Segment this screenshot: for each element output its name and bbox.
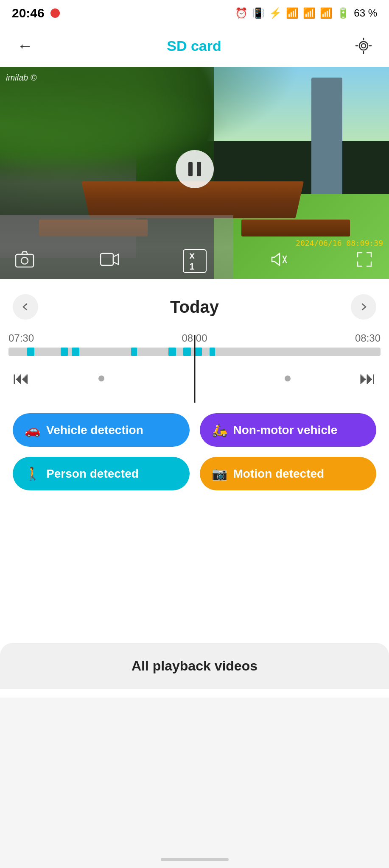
battery-icon: 🔋 (337, 7, 350, 19)
screenshot-icon (15, 251, 34, 272)
timeline-segment-4 (168, 348, 176, 356)
status-bar: 20:46 ⏰ 📳 ⚡ 📶 📶 📶 🔋 63 % (0, 0, 389, 25)
timeline-segment-7 (210, 348, 215, 356)
timeline-segment-0 (27, 348, 35, 356)
svg-point-3 (21, 257, 28, 264)
status-icons: ⏰ 📳 ⚡ 📶 📶 📶 🔋 63 % (235, 7, 377, 19)
timeline-cursor (194, 335, 195, 403)
person-label: Person detected (46, 467, 139, 481)
timeline-dot-right (285, 376, 291, 381)
svg-rect-2 (16, 254, 34, 267)
prev-date-button[interactable] (13, 294, 38, 320)
motion-icon: 📷 (212, 466, 227, 481)
header: ← SD card (0, 25, 389, 67)
vibrate-icon: 📳 (252, 7, 265, 19)
timeline-segment-3 (131, 348, 137, 356)
person-detected-button[interactable]: 🚶 Person detected (13, 457, 190, 490)
timeline-track-wrapper[interactable] (8, 348, 381, 360)
timeline-dot-left (98, 376, 104, 381)
non-motor-label: Non-motor vehicle (233, 423, 338, 437)
date-navigation: Today (0, 279, 389, 328)
page-title: SD card (167, 38, 221, 54)
vehicle-label: Vehicle detection (46, 423, 143, 437)
wifi-icon: 📶 (286, 7, 299, 19)
timeline-label-start: 07:30 (8, 332, 34, 344)
timeline-label-end: 08:30 (355, 332, 381, 344)
status-time: 20:46 (12, 6, 45, 20)
person-icon: 🚶 (25, 466, 40, 481)
bluetooth-icon: ⚡ (269, 7, 282, 19)
spacer (0, 499, 389, 626)
mute-icon (271, 252, 288, 271)
pause-button[interactable] (176, 150, 214, 188)
motion-detected-button[interactable]: 📷 Motion detected (200, 457, 377, 490)
video-player[interactable]: imilab © 2024/06/16 08:09:39 (0, 67, 389, 279)
svg-rect-4 (101, 253, 113, 265)
motion-label: Motion detected (233, 467, 325, 481)
all-videos-title: All playback videos (13, 658, 376, 674)
speed-button[interactable]: x 1 (183, 249, 207, 273)
svg-point-0 (359, 42, 368, 50)
record-button[interactable] (98, 249, 121, 273)
timeline-segment-5 (183, 348, 191, 356)
bottom-indicator (161, 858, 229, 861)
non-motor-icon: 🛵 (212, 423, 227, 437)
vehicle-detection-button[interactable]: 🚗 Vehicle detection (13, 413, 190, 447)
mute-button[interactable] (268, 249, 291, 273)
vehicle-icon: 🚗 (25, 423, 40, 437)
video-controls: x 1 (0, 243, 389, 279)
camera-settings-icon[interactable] (351, 33, 376, 58)
detection-buttons: 🚗 Vehicle detection 🛵 Non-motor vehicle … (0, 396, 389, 499)
timeline-skip-back-button[interactable]: ⏮ (13, 369, 30, 388)
timeline-segment-6 (195, 348, 202, 356)
recording-indicator (50, 8, 60, 18)
svg-point-1 (361, 44, 366, 48)
main-content: Today 07:30 08:00 08:30 ⏮ ⏭ (0, 279, 389, 698)
record-icon (100, 252, 119, 271)
signal2-icon: 📶 (320, 7, 333, 19)
non-motor-vehicle-button[interactable]: 🛵 Non-motor vehicle (200, 413, 377, 447)
next-date-button[interactable] (351, 294, 376, 320)
alarm-icon: ⏰ (235, 7, 248, 19)
timeline[interactable]: 07:30 08:00 08:30 ⏮ ⏭ (0, 328, 389, 396)
battery-percent: 63 % (354, 7, 377, 19)
pause-icon (188, 162, 201, 176)
timeline-segment-1 (61, 348, 68, 356)
all-videos-section[interactable]: All playback videos (0, 643, 389, 689)
screenshot-button[interactable] (13, 249, 36, 273)
signal1-icon: 📶 (303, 7, 316, 19)
timeline-skip-forward-button[interactable]: ⏭ (359, 369, 376, 388)
back-button[interactable]: ← (13, 35, 37, 57)
video-watermark: imilab © (6, 73, 37, 83)
timeline-segment-2 (72, 348, 79, 356)
fullscreen-icon (357, 252, 372, 271)
current-date: Today (170, 298, 219, 317)
fullscreen-button[interactable] (353, 249, 376, 273)
